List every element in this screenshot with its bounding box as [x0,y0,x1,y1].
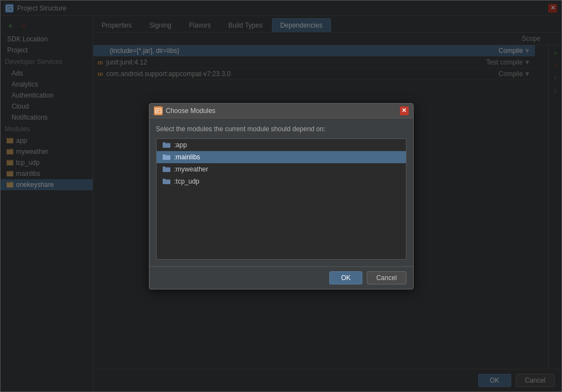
modal-title-bar: Choose Modules ✕ [149,104,413,119]
folder-icon [162,141,171,149]
module-list-item-tcp-udp[interactable]: :tcp_udp [157,175,406,187]
modal-cancel-button[interactable]: Cancel [367,271,406,284]
module-list-item-label: :app [174,141,187,149]
modal-description: Select the modules the current module sh… [156,125,406,133]
modal-icon [154,106,163,115]
folder-icon [162,178,171,185]
module-list-item-app[interactable]: :app [157,139,406,151]
modal-body: Select the modules the current module sh… [149,119,413,266]
modules-list: :app :mainlibs :myweather [156,138,406,260]
folder-icon [162,153,171,161]
module-list-item-mainlibs[interactable]: :mainlibs [157,151,406,163]
folder-icon [162,165,171,173]
choose-modules-dialog: Choose Modules ✕ Select the modules the … [149,103,414,289]
modal-title: Choose Modules [166,107,400,115]
module-list-item-myweather[interactable]: :myweather [157,163,406,175]
main-window: Project Structure ✕ + − SDK Location Pro… [0,0,562,392]
module-list-item-label: :mainlibs [174,153,200,161]
module-list-item-label: :tcp_udp [174,178,200,185]
module-list-item-label: :myweather [174,165,208,173]
svg-rect-18 [156,109,161,113]
modal-close-button[interactable]: ✕ [400,106,409,115]
modal-overlay: Choose Modules ✕ Select the modules the … [1,1,561,391]
modal-ok-button[interactable]: OK [329,271,362,284]
modal-footer: OK Cancel [149,266,413,289]
